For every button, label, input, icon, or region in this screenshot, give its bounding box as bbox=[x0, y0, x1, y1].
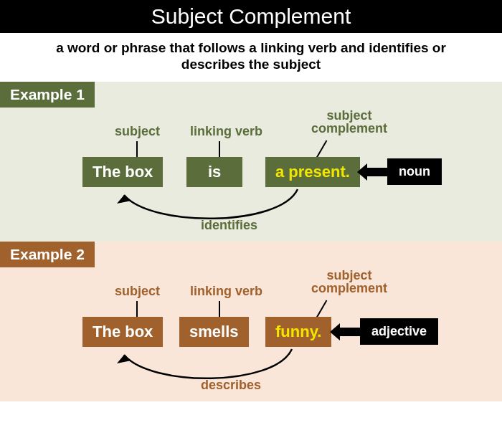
label-subject-2: subject bbox=[115, 285, 160, 298]
example-1: Example 1 subject linking verb subjectco… bbox=[0, 82, 502, 242]
example-2-tab: Example 2 bbox=[0, 242, 95, 267]
tick-complement-2 bbox=[316, 300, 327, 318]
title: Subject Complement bbox=[0, 0, 502, 33]
example-1-tab: Example 1 bbox=[0, 82, 95, 108]
arrow-type-icon bbox=[357, 162, 387, 182]
label-complement: subjectcomplement bbox=[303, 109, 396, 136]
arrow-type-icon-2 bbox=[330, 322, 360, 342]
label-subject: subject bbox=[115, 125, 160, 138]
example-2: Example 2 subject linking verb subjectco… bbox=[0, 242, 502, 401]
relation-identifies: identifies bbox=[201, 218, 257, 233]
svg-marker-3 bbox=[117, 355, 131, 363]
tick-complement bbox=[316, 140, 327, 158]
word-verb-2: smells bbox=[179, 317, 249, 347]
tick-subject-2 bbox=[136, 301, 138, 317]
word-subject: The box bbox=[82, 157, 163, 187]
definition: a word or phrase that follows a linking … bbox=[0, 33, 502, 82]
type-noun: noun bbox=[387, 158, 442, 185]
svg-marker-1 bbox=[117, 195, 131, 204]
svg-marker-0 bbox=[357, 163, 387, 181]
relation-describes: describes bbox=[201, 378, 261, 393]
word-complement: a present. bbox=[265, 157, 360, 187]
word-complement-2: funny. bbox=[265, 317, 331, 347]
svg-marker-2 bbox=[330, 323, 360, 340]
word-verb: is bbox=[186, 157, 242, 187]
label-linking-verb-2: linking verb bbox=[190, 285, 262, 298]
tick-subject bbox=[136, 141, 138, 157]
label-linking-verb: linking verb bbox=[190, 125, 262, 138]
type-adjective: adjective bbox=[360, 318, 438, 345]
tick-verb-2 bbox=[219, 301, 220, 317]
word-subject-2: The box bbox=[82, 317, 163, 347]
label-complement-2: subjectcomplement bbox=[303, 269, 396, 296]
tick-verb bbox=[219, 141, 220, 157]
